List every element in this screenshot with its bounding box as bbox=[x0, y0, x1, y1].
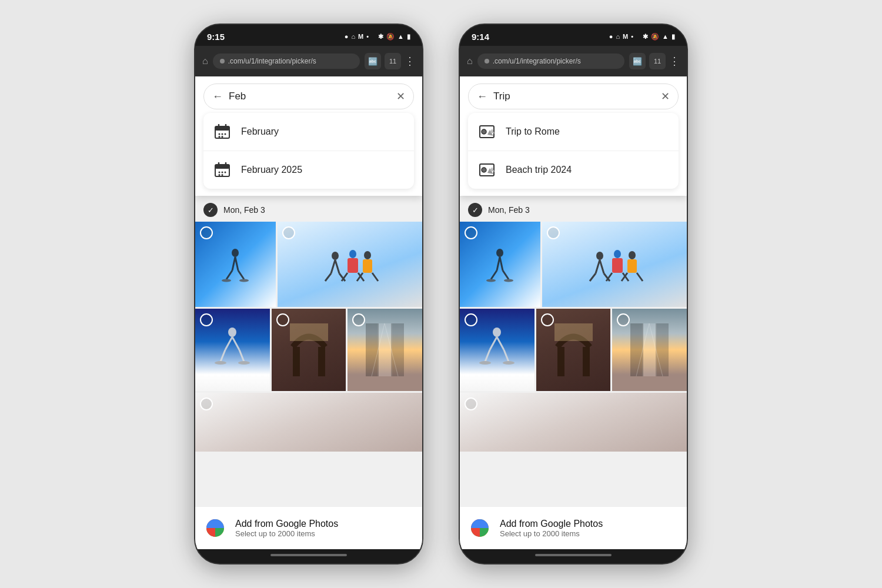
suggestions-left: February bbox=[203, 113, 414, 189]
signal-icon: ▲ bbox=[397, 33, 404, 40]
svg-rect-45 bbox=[293, 347, 300, 376]
url-text-left: .com/u/1/integration/picker/s bbox=[228, 57, 316, 65]
svg-line-60 bbox=[491, 270, 497, 279]
select-circle-3[interactable] bbox=[200, 313, 213, 326]
translate-btn-left[interactable]: 🔤 bbox=[365, 53, 381, 69]
wifi-icon: ● bbox=[345, 33, 349, 40]
photo-cell-5[interactable] bbox=[348, 309, 422, 391]
add-banner-right[interactable]: Add from Google Photos Select up to 2000… bbox=[460, 506, 687, 549]
svg-point-15 bbox=[225, 172, 226, 173]
select-circle-r4[interactable] bbox=[541, 313, 554, 326]
svg-line-78 bbox=[490, 337, 497, 350]
select-circle-1[interactable] bbox=[200, 226, 213, 239]
svg-point-30 bbox=[349, 250, 356, 258]
photo-cell-r5[interactable] bbox=[612, 309, 687, 391]
menu-btn-right[interactable]: ⋮ bbox=[669, 55, 680, 68]
svg-point-5 bbox=[222, 133, 223, 135]
status-icons-left: ● ⌂ M • ✱ 🔕 ▲ ▮ bbox=[345, 33, 410, 41]
battery-icon-r: ▮ bbox=[671, 33, 675, 41]
photo-cell-r4[interactable] bbox=[536, 309, 611, 391]
select-circle-r2[interactable] bbox=[547, 226, 560, 239]
check-circle-left[interactable]: ✓ bbox=[203, 203, 218, 217]
menu-btn-left[interactable]: ⋮ bbox=[405, 55, 415, 68]
check-circle-right[interactable]: ✓ bbox=[468, 203, 482, 217]
bt-icon: ✱ bbox=[378, 33, 383, 41]
select-circle-6[interactable] bbox=[200, 397, 213, 410]
suggestion-beach-trip[interactable]: Beach trip 2024 bbox=[468, 151, 679, 189]
wifi-icon-r: ● bbox=[609, 33, 613, 40]
photo-row-3-right bbox=[460, 393, 687, 452]
svg-line-22 bbox=[238, 270, 244, 279]
svg-point-17 bbox=[222, 174, 223, 176]
select-circle-r3[interactable] bbox=[465, 313, 477, 326]
date-header-right: ✓ Mon, Feb 3 bbox=[460, 196, 687, 222]
suggestion-february-2025[interactable]: February 2025 bbox=[203, 151, 414, 189]
search-area-right: ← Trip ✕ Trip t bbox=[460, 76, 687, 196]
calendar-icon-1 bbox=[213, 122, 232, 141]
select-circle-4[interactable] bbox=[276, 313, 289, 326]
tabs-btn-right[interactable]: 11 bbox=[649, 53, 666, 69]
svg-rect-46 bbox=[318, 347, 325, 376]
photo-cell-r6[interactable] bbox=[460, 393, 687, 452]
svg-point-38 bbox=[228, 328, 236, 337]
photo-row-1-right bbox=[460, 222, 687, 307]
clear-btn-right[interactable]: ✕ bbox=[661, 90, 670, 103]
svg-rect-89 bbox=[656, 323, 669, 376]
svg-line-66 bbox=[600, 260, 604, 273]
add-banner-left[interactable]: Add from Google Photos Select up to 2000… bbox=[195, 506, 422, 549]
svg-rect-74 bbox=[627, 259, 637, 273]
search-input-left[interactable]: ← Feb ✕ bbox=[203, 83, 414, 109]
banner-title-right: Add from Google Photos bbox=[500, 519, 603, 529]
svg-point-54 bbox=[482, 129, 486, 134]
photo-cell-r1[interactable] bbox=[460, 222, 540, 307]
select-circle-2[interactable] bbox=[282, 226, 295, 239]
photo-cell-4[interactable] bbox=[272, 309, 346, 391]
suggestion-trip-rome[interactable]: Trip to Rome bbox=[468, 113, 679, 151]
url-bar-right[interactable]: .com/u/1/integration/picker/s bbox=[477, 54, 624, 69]
photo-cell-1[interactable] bbox=[195, 222, 276, 307]
phone-right: 9:14 ● ⌂ M • ✱ 🔕 ▲ ▮ ⌂ .com/u/1/integrat… bbox=[459, 24, 688, 564]
home-button-left[interactable]: ⌂ bbox=[202, 56, 208, 66]
search-input-right[interactable]: ← Trip ✕ bbox=[468, 83, 679, 109]
back-arrow-right[interactable]: ← bbox=[477, 91, 487, 103]
status-bar-right: 9:14 ● ⌂ M • ✱ 🔕 ▲ ▮ bbox=[460, 25, 687, 46]
google-photos-logo-left bbox=[203, 516, 227, 540]
clear-btn-left[interactable]: ✕ bbox=[396, 90, 405, 103]
svg-line-28 bbox=[325, 273, 331, 281]
home-icon: ⌂ bbox=[351, 33, 355, 40]
photo-bg-r6 bbox=[460, 393, 687, 452]
suggestion-label-2: February 2025 bbox=[241, 165, 302, 175]
search-query-right[interactable]: Trip bbox=[493, 91, 655, 102]
url-bar-left[interactable]: .com/u/1/integration/picker/s bbox=[213, 54, 360, 69]
mute-icon: 🔕 bbox=[386, 33, 395, 41]
svg-line-40 bbox=[232, 337, 239, 350]
back-arrow-left[interactable]: ← bbox=[212, 91, 223, 103]
photo-cell-r2[interactable] bbox=[542, 222, 687, 307]
svg-line-67 bbox=[590, 273, 596, 281]
svg-point-77 bbox=[493, 328, 501, 337]
svg-line-81 bbox=[504, 350, 509, 362]
svg-rect-84 bbox=[557, 347, 564, 376]
dot-icon-r: • bbox=[631, 33, 633, 40]
mail-icon-r: M bbox=[623, 33, 628, 40]
search-query-left[interactable]: Feb bbox=[229, 91, 390, 102]
tabs-btn-left[interactable]: 11 bbox=[385, 53, 401, 69]
svg-rect-35 bbox=[363, 259, 372, 273]
home-button-right[interactable]: ⌂ bbox=[467, 56, 473, 66]
svg-line-80 bbox=[485, 350, 490, 362]
select-circle-r6[interactable] bbox=[465, 397, 477, 410]
home-bar-left bbox=[270, 554, 347, 556]
photo-cell-6[interactable] bbox=[195, 393, 422, 452]
suggestion-label-3: Trip to Rome bbox=[506, 126, 560, 137]
bt-icon-r: ✱ bbox=[643, 33, 648, 41]
battery-icon: ▮ bbox=[407, 33, 410, 41]
svg-rect-1 bbox=[215, 126, 229, 131]
photo-cell-3[interactable] bbox=[195, 309, 270, 391]
dot-icon: • bbox=[366, 33, 369, 40]
select-circle-r1[interactable] bbox=[465, 226, 477, 239]
translate-btn-right[interactable]: 🔤 bbox=[629, 53, 646, 69]
photo-cell-r3[interactable] bbox=[460, 309, 534, 391]
photo-cell-2[interactable] bbox=[278, 222, 422, 307]
suggestion-february[interactable]: February bbox=[203, 113, 414, 151]
browser-actions-left: 🔤 11 ⋮ bbox=[365, 53, 415, 69]
